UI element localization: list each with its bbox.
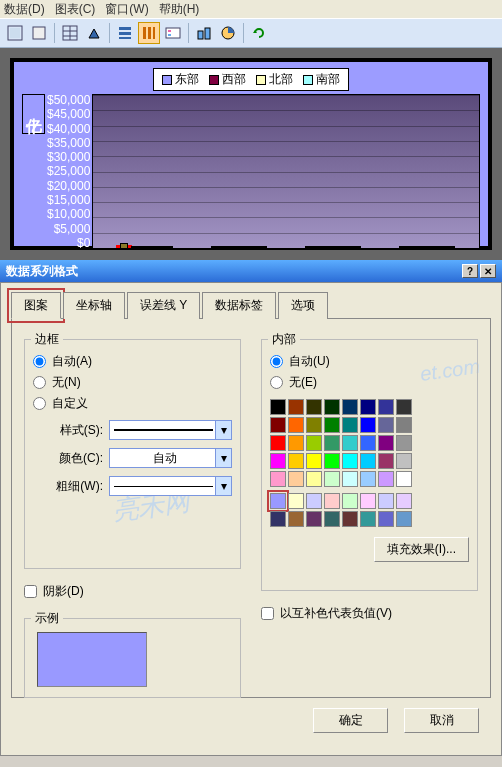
menu-chart[interactable]: 图表(C)	[55, 1, 96, 18]
border-custom-radio[interactable]	[33, 397, 46, 410]
border-none-radio[interactable]	[33, 376, 46, 389]
color-swatch[interactable]	[360, 511, 376, 527]
shadow-checkbox[interactable]	[24, 585, 37, 598]
bar[interactable]	[333, 246, 347, 248]
bar[interactable]	[427, 246, 441, 248]
color-swatch[interactable]	[306, 435, 322, 451]
color-swatch[interactable]	[288, 511, 304, 527]
color-swatch[interactable]	[306, 453, 322, 469]
color-swatch[interactable]	[342, 399, 358, 415]
color-swatch[interactable]	[396, 399, 412, 415]
color-swatch[interactable]	[270, 399, 286, 415]
legend-item[interactable]: 南部	[303, 71, 340, 88]
color-swatch[interactable]	[378, 453, 394, 469]
color-swatch[interactable]	[306, 493, 322, 509]
by-row-icon[interactable]	[114, 22, 136, 44]
bar[interactable]	[211, 246, 225, 248]
color-swatch[interactable]	[342, 493, 358, 509]
style-combo[interactable]: ▾	[109, 420, 232, 440]
bar[interactable]	[117, 246, 131, 248]
color-swatch[interactable]	[396, 493, 412, 509]
chart-type-icon[interactable]	[83, 22, 105, 44]
color-swatch[interactable]	[288, 435, 304, 451]
zoom-icon[interactable]	[193, 22, 215, 44]
fill-effects-button[interactable]: 填充效果(I)...	[374, 537, 469, 562]
color-combo[interactable]: 自动▾	[109, 448, 232, 468]
plot-area-icon[interactable]	[28, 22, 50, 44]
color-swatch[interactable]	[324, 399, 340, 415]
invert-checkbox[interactable]	[261, 607, 274, 620]
color-swatch[interactable]	[342, 417, 358, 433]
interior-auto-radio[interactable]	[270, 355, 283, 368]
bar[interactable]	[159, 246, 173, 248]
color-swatch[interactable]	[306, 511, 322, 527]
color-swatch[interactable]	[378, 511, 394, 527]
menu-data[interactable]: 数据(D)	[4, 1, 45, 18]
color-swatch[interactable]	[360, 493, 376, 509]
cancel-button[interactable]: 取消	[404, 708, 479, 733]
color-swatch[interactable]	[288, 399, 304, 415]
bar[interactable]	[253, 246, 267, 248]
chart-area-icon[interactable]	[4, 22, 26, 44]
color-swatch[interactable]	[288, 417, 304, 433]
pie-icon[interactable]	[217, 22, 239, 44]
color-swatch[interactable]	[270, 417, 286, 433]
bar[interactable]	[239, 246, 253, 248]
color-swatch[interactable]	[288, 493, 304, 509]
color-swatch[interactable]	[396, 453, 412, 469]
chart[interactable]: 东部西部北部南部 十亿 $50,000$45,000$40,000$35,000…	[10, 58, 492, 250]
color-swatch[interactable]	[342, 511, 358, 527]
legend[interactable]: 东部西部北部南部	[153, 68, 349, 91]
close-icon[interactable]: ✕	[480, 264, 496, 278]
color-swatch[interactable]	[378, 399, 394, 415]
color-swatch[interactable]	[306, 471, 322, 487]
color-swatch[interactable]	[342, 453, 358, 469]
color-swatch[interactable]	[270, 453, 286, 469]
color-swatch[interactable]	[360, 471, 376, 487]
bar[interactable]	[413, 246, 427, 248]
menu-help[interactable]: 帮助(H)	[159, 1, 200, 18]
color-swatch[interactable]	[270, 471, 286, 487]
color-swatch[interactable]	[324, 453, 340, 469]
color-swatch[interactable]	[270, 493, 286, 509]
color-swatch[interactable]	[306, 417, 322, 433]
color-swatch[interactable]	[324, 511, 340, 527]
color-swatch[interactable]	[378, 471, 394, 487]
color-swatch[interactable]	[270, 511, 286, 527]
by-column-icon[interactable]	[138, 22, 160, 44]
refresh-icon[interactable]	[248, 22, 270, 44]
color-swatch[interactable]	[342, 435, 358, 451]
color-swatch[interactable]	[378, 417, 394, 433]
tab-error-y[interactable]: 误差线 Y	[127, 292, 200, 319]
color-swatch[interactable]	[324, 417, 340, 433]
border-auto-radio[interactable]	[33, 355, 46, 368]
bar[interactable]	[145, 246, 159, 248]
help-icon[interactable]: ?	[462, 264, 478, 278]
legend-item[interactable]: 北部	[256, 71, 293, 88]
interior-none-radio[interactable]	[270, 376, 283, 389]
color-swatch[interactable]	[270, 435, 286, 451]
legend-item[interactable]: 西部	[209, 71, 246, 88]
legend-item[interactable]: 东部	[162, 71, 199, 88]
color-swatch[interactable]	[360, 399, 376, 415]
color-swatch[interactable]	[288, 471, 304, 487]
color-swatch[interactable]	[360, 417, 376, 433]
color-swatch[interactable]	[360, 435, 376, 451]
dialog-titlebar[interactable]: 数据系列格式 ? ✕	[0, 260, 502, 282]
plot-area[interactable]	[92, 94, 480, 249]
color-swatch[interactable]	[396, 471, 412, 487]
color-swatch[interactable]	[378, 493, 394, 509]
color-swatch[interactable]	[378, 435, 394, 451]
color-swatch[interactable]	[324, 493, 340, 509]
tab-pattern[interactable]: 图案	[11, 292, 61, 319]
color-swatch[interactable]	[324, 471, 340, 487]
color-swatch[interactable]	[324, 435, 340, 451]
bar[interactable]	[305, 246, 319, 248]
weight-combo[interactable]: ▾	[109, 476, 232, 496]
bar[interactable]	[131, 246, 145, 248]
color-swatch[interactable]	[360, 453, 376, 469]
bar[interactable]	[441, 246, 455, 248]
legend-icon[interactable]	[162, 22, 184, 44]
color-swatch[interactable]	[396, 417, 412, 433]
tab-options[interactable]: 选项	[278, 292, 328, 319]
